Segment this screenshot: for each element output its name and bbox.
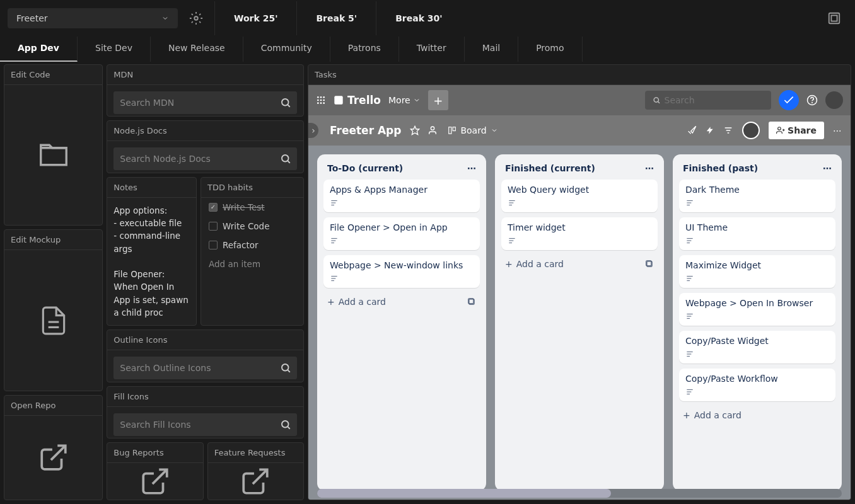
widget-edit-mockup[interactable]: Edit Mockup	[4, 229, 103, 391]
widget-feature-requests[interactable]: Feature Requests	[207, 442, 304, 500]
widget-tdd: TDD habits ✓Write TestWrite CodeRefactor…	[201, 177, 304, 326]
description-icon	[685, 274, 829, 283]
trello-card[interactable]: Maximize Widget	[679, 255, 835, 288]
trello-card[interactable]: UI Theme	[679, 217, 835, 250]
checklist-item[interactable]: Write Code	[201, 217, 303, 236]
tab-twitter[interactable]: Twitter	[399, 37, 465, 62]
avatar[interactable]	[825, 91, 843, 109]
checklist-item[interactable]: Refactor	[201, 236, 303, 255]
trello-card[interactable]: Webpage > New-window links	[323, 255, 480, 288]
horizontal-scrollbar[interactable]	[317, 489, 842, 498]
add-checklist-item[interactable]: Add an item	[201, 255, 303, 273]
share-button[interactable]: Share	[769, 122, 824, 139]
trello-card[interactable]: Apps & Apps Manager	[323, 180, 480, 212]
search-icon[interactable]	[274, 147, 297, 170]
timer-break-long[interactable]: Break 30'	[376, 1, 461, 35]
project-selector[interactable]: Freeter	[8, 8, 178, 28]
description-icon	[685, 350, 829, 358]
trello-card[interactable]: Webpage > Open In Browser	[679, 293, 835, 326]
timer-work[interactable]: Work 25'	[214, 1, 296, 35]
svg-rect-1	[829, 13, 840, 24]
card-title: File Opener > Open in App	[330, 222, 474, 232]
document-icon	[38, 305, 69, 336]
automation-icon[interactable]	[706, 126, 714, 135]
board-title[interactable]: Freeter App	[330, 124, 401, 137]
widget-header: Open Repo	[4, 396, 102, 416]
search-icon[interactable]	[274, 357, 297, 379]
more-icon[interactable]: ⋯	[645, 163, 654, 173]
trello-card[interactable]: Copy/Paste Widget	[679, 331, 835, 364]
tab-patrons[interactable]: Patrons	[330, 37, 399, 62]
trello-card[interactable]: File Opener > Open in App	[323, 217, 480, 250]
add-card-button[interactable]: +Add a card	[679, 406, 835, 424]
widget-header: Feature Requests	[208, 443, 303, 463]
search-icon[interactable]	[274, 91, 297, 114]
trello-card[interactable]: Copy/Paste Workflow	[679, 369, 835, 401]
list-title[interactable]: Finished (past)	[683, 163, 758, 173]
filter-icon[interactable]	[723, 125, 733, 135]
expand-sidebar-icon[interactable]: ›	[308, 123, 318, 138]
plus-icon: +	[327, 297, 335, 307]
add-card-button[interactable]: +Add a card	[323, 293, 480, 311]
create-button[interactable]: +	[428, 90, 448, 110]
widget-fill-icons: Fill Icons	[107, 386, 304, 438]
workspace-tabs: App DevSite DevNew ReleaseCommunityPatro…	[0, 37, 855, 62]
tab-promo[interactable]: Promo	[518, 37, 582, 62]
search-nodedocs-input[interactable]	[113, 147, 274, 170]
checkbox-icon[interactable]	[209, 222, 218, 231]
widget-edit-code[interactable]: Edit Code	[4, 64, 103, 226]
svg-point-0	[194, 16, 198, 20]
more-icon[interactable]: ⋯	[823, 163, 832, 173]
trello-search-input[interactable]	[665, 95, 764, 105]
checkbox-icon[interactable]	[209, 241, 218, 249]
gear-icon[interactable]	[189, 11, 203, 25]
widget-header: Node.js Docs	[107, 121, 303, 141]
more-icon[interactable]: ⋯	[833, 125, 842, 135]
trello-card[interactable]: Timer widget	[501, 217, 658, 250]
svg-rect-32	[449, 127, 451, 134]
rocket-icon[interactable]	[687, 125, 697, 135]
description-icon	[330, 236, 474, 245]
widget-open-repo[interactable]: Open Repo	[4, 395, 103, 500]
widget-tasks: Tasks Trello More + › Freeter App B	[308, 64, 851, 500]
tab-community[interactable]: Community	[243, 37, 330, 62]
checkbox-icon[interactable]: ✓	[209, 203, 218, 212]
widget-header: Edit Code	[4, 65, 102, 85]
trello-card[interactable]: Dark Theme	[679, 180, 835, 212]
search-fill-icons-input[interactable]	[113, 413, 274, 436]
checklist-item[interactable]: ✓Write Test	[201, 198, 303, 217]
star-icon[interactable]	[410, 125, 420, 135]
template-icon[interactable]	[645, 260, 654, 268]
template-icon[interactable]	[467, 297, 476, 306]
list-title[interactable]: To-Do (current)	[327, 163, 403, 173]
timer-break-short[interactable]: Break 5'	[296, 1, 376, 35]
trello-search[interactable]	[645, 91, 771, 110]
board-view-switcher[interactable]: Board	[448, 125, 497, 135]
widget-bug-reports[interactable]: Bug Reports	[107, 442, 203, 500]
notifications-button[interactable]	[779, 90, 799, 110]
more-icon[interactable]: ⋯	[467, 163, 476, 173]
member-avatar[interactable]	[742, 122, 760, 139]
trello-logo[interactable]: Trello	[334, 94, 381, 106]
tab-new-release[interactable]: New Release	[151, 37, 243, 62]
search-mdn-input[interactable]	[113, 91, 274, 114]
external-link-icon	[240, 466, 271, 497]
apps-icon[interactable]	[821, 11, 847, 25]
tab-mail[interactable]: Mail	[465, 37, 518, 62]
trello-card[interactable]: Web Query widget	[501, 180, 658, 212]
svg-point-20	[320, 100, 322, 101]
list-title[interactable]: Finished (current)	[505, 163, 595, 173]
search-icon[interactable]	[274, 413, 297, 436]
visibility-icon[interactable]	[429, 125, 439, 135]
search-outline-icons-input[interactable]	[113, 357, 274, 379]
notes-text[interactable]: App options:- executable file- command-l…	[107, 198, 196, 325]
svg-point-21	[323, 100, 325, 101]
add-card-button[interactable]: +Add a card	[501, 255, 658, 273]
apps-grid-icon[interactable]	[316, 95, 326, 105]
tab-site-dev[interactable]: Site Dev	[78, 37, 151, 62]
svg-line-13	[288, 427, 289, 428]
more-button[interactable]: More	[388, 95, 421, 105]
help-icon[interactable]	[806, 94, 818, 106]
tab-app-dev[interactable]: App Dev	[0, 37, 78, 62]
checklist-label: Write Code	[223, 221, 270, 231]
